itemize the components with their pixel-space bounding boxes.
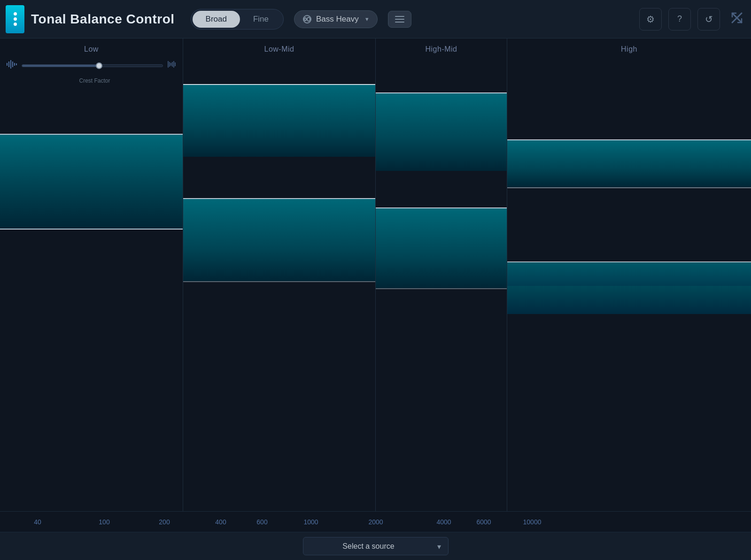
svg-rect-10 [173, 61, 174, 68]
source-select[interactable]: Select a source [303, 537, 449, 555]
menu-line-1 [395, 16, 404, 17]
band-lowmid: Low-Mid [183, 38, 376, 511]
high-teal-bottom [507, 286, 751, 314]
axis-label-600: 600 [256, 518, 267, 526]
axis-label-100: 100 [99, 518, 109, 526]
svg-rect-1 [8, 61, 9, 67]
low-h-line-2 [0, 229, 183, 230]
high-teal-top [507, 140, 751, 187]
undo-icon: ↺ [705, 14, 713, 25]
waveform-icon [7, 60, 17, 71]
gear-icon: ⚙ [646, 14, 655, 25]
svg-rect-4 [14, 63, 15, 66]
lowmid-viz [183, 84, 375, 511]
x-axis: 40 100 200 400 600 1000 2000 4000 6000 1… [0, 511, 751, 532]
axis-label-400: 400 [215, 518, 226, 526]
bypass-icon[interactable] [728, 9, 745, 29]
menu-line-3 [395, 22, 404, 23]
highmid-h-line-1 [376, 92, 507, 93]
low-viz [0, 88, 183, 511]
highmid-teal-top [376, 93, 507, 171]
footer: Select a source [0, 532, 751, 560]
broad-button[interactable]: Broad [193, 11, 240, 28]
bands-area: Low [0, 38, 751, 511]
highmid-viz [376, 84, 507, 511]
band-high-label: High [507, 38, 751, 58]
header: Tonal Balance Control Broad Fine Bass He… [0, 0, 751, 38]
svg-rect-6 [168, 61, 169, 68]
low-teal-block [0, 135, 183, 229]
band-low: Low [0, 38, 183, 511]
highmid-teal-bottom [376, 208, 507, 288]
crest-factor-label: Crest Factor [0, 77, 183, 88]
svg-rect-9 [172, 62, 173, 67]
tick-icon [168, 60, 176, 71]
undo-button[interactable]: ↺ [697, 8, 720, 31]
low-h-line-1 [0, 134, 183, 135]
highmid-h-line-3 [376, 288, 507, 289]
axis-label-200: 200 [159, 518, 170, 526]
menu-button[interactable] [388, 11, 411, 28]
slider-thumb[interactable] [96, 62, 102, 69]
band-highmid-label: High-Mid [376, 38, 507, 58]
high-viz [507, 84, 751, 511]
svg-rect-5 [16, 63, 17, 65]
band-high: High [507, 38, 751, 511]
menu-line-2 [395, 19, 404, 20]
logo-dot-2 [14, 17, 17, 21]
logo-dot-1 [14, 12, 17, 15]
settings-button[interactable]: ⚙ [639, 8, 662, 31]
app-title: Tonal Balance Control [31, 12, 175, 27]
preset-name: Bass Heavy [316, 15, 359, 24]
help-button[interactable]: ? [668, 8, 691, 31]
slider-fill [22, 65, 99, 67]
high-h-line-3 [507, 261, 751, 262]
high-h-line-1 [507, 139, 751, 140]
axis-label-6000: 6000 [476, 518, 491, 526]
axis-labels: 40 100 200 400 600 1000 2000 4000 6000 1… [0, 512, 751, 532]
crest-factor-control [0, 58, 183, 77]
band-low-label: Low [0, 38, 183, 58]
chevron-down-icon: ▾ [365, 15, 369, 23]
app-logo [6, 5, 24, 33]
lowmid-h-line-3 [183, 281, 375, 282]
preset-icon [303, 15, 311, 23]
source-selector-wrapper: Select a source [303, 537, 449, 555]
high-h-line-2 [507, 187, 751, 188]
axis-label-10000: 10000 [523, 518, 542, 526]
highmid-h-line-2 [376, 207, 507, 208]
band-lowmid-label: Low-Mid [183, 38, 375, 58]
axis-label-1000: 1000 [303, 518, 318, 526]
logo-dot-3 [14, 23, 17, 26]
svg-rect-0 [7, 63, 8, 66]
lowmid-teal-bottom [183, 199, 375, 281]
svg-rect-8 [170, 63, 171, 66]
preset-selector[interactable]: Bass Heavy ▾ [294, 10, 378, 28]
svg-rect-7 [169, 62, 170, 67]
help-icon: ? [677, 14, 682, 24]
svg-rect-11 [175, 62, 176, 66]
band-highmid: High-Mid [376, 38, 507, 511]
svg-rect-2 [10, 60, 11, 69]
lowmid-teal-top [183, 84, 375, 157]
lowmid-h-line-2 [183, 198, 375, 199]
content-wrapper: Low [0, 38, 751, 560]
svg-rect-3 [12, 61, 13, 67]
broad-fine-toggle: Broad Fine [191, 9, 284, 30]
axis-label-2000: 2000 [368, 518, 383, 526]
axis-label-4000: 4000 [436, 518, 451, 526]
axis-label-40: 40 [34, 518, 41, 526]
crest-factor-slider[interactable] [22, 64, 163, 67]
lowmid-h-line-1 [183, 84, 375, 85]
fine-button[interactable]: Fine [240, 11, 282, 28]
